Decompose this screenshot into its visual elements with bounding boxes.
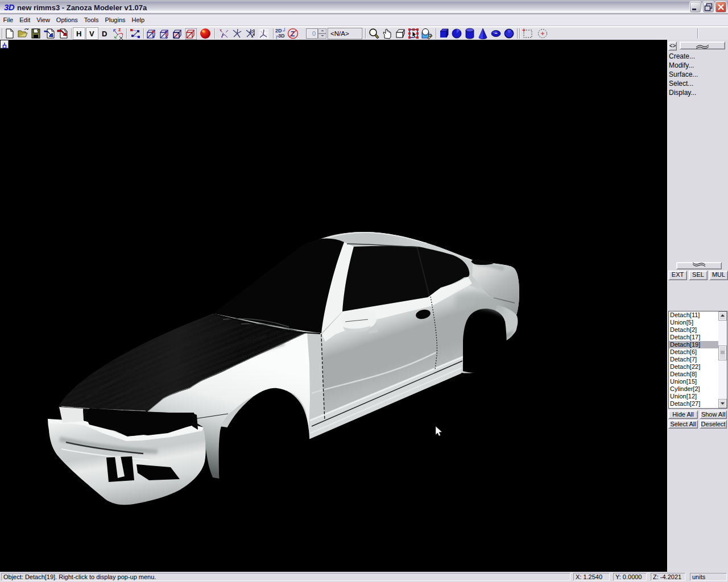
svg-text:z: z [118, 27, 121, 32]
svg-text:<N/A>: <N/A> [330, 30, 349, 37]
svg-text:3D: 3D [278, 33, 285, 39]
svg-text:V: V [89, 30, 94, 38]
svg-text:H: H [76, 30, 81, 38]
svg-text:0: 0 [312, 30, 316, 37]
svg-text:D: D [102, 30, 107, 38]
